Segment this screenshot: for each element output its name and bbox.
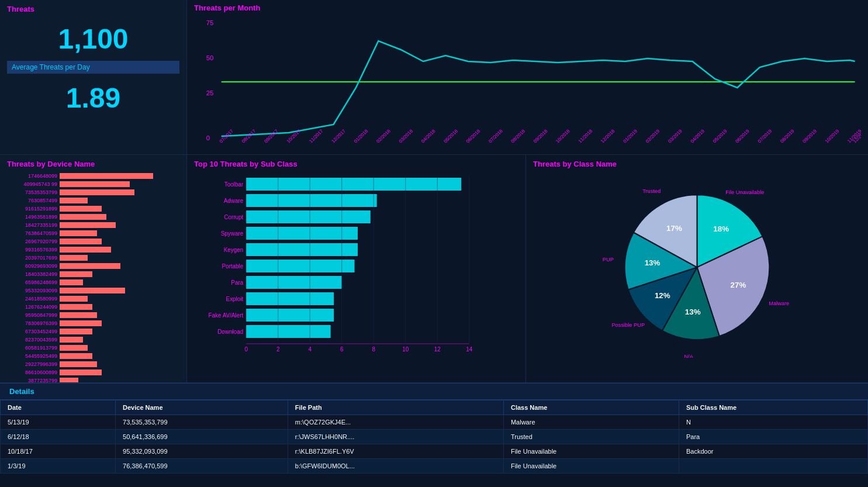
- device-label: 12676244099: [5, 304, 57, 310]
- details-table: Date Device Name File Path Class Name Su…: [0, 400, 868, 474]
- device-row: 24618580999: [5, 295, 186, 302]
- table-cell-classname: File Unavailable: [503, 444, 679, 459]
- threats-total: 1,100: [7, 17, 179, 58]
- device-bar: [60, 263, 120, 269]
- table-cell-device: 73,535,353,799: [116, 415, 288, 430]
- svg-text:75: 75: [206, 19, 214, 26]
- svg-text:18%: 18%: [713, 224, 729, 233]
- svg-text:07/2018: 07/2018: [487, 128, 504, 144]
- table-cell-date: 10/18/17: [1, 444, 116, 459]
- svg-text:12: 12: [434, 346, 441, 353]
- pie-chart-title: Threats by Class Name: [533, 160, 861, 168]
- device-bar: [60, 304, 92, 310]
- table-cell-filepath: r:\JWS67LHH0NR....: [288, 430, 503, 444]
- avg-threats-label: Average Threats per Day: [7, 61, 179, 74]
- svg-rect-42: [246, 227, 358, 240]
- device-list: 1746648099409945743 99735353537997630857…: [0, 172, 186, 382]
- device-label: 82370043599: [5, 337, 57, 343]
- svg-text:08/2019: 08/2019: [779, 128, 796, 144]
- svg-text:Adware: Adware: [224, 198, 244, 204]
- svg-text:09/2018: 09/2018: [532, 128, 549, 144]
- svg-text:02/2019: 02/2019: [645, 128, 661, 144]
- svg-text:14: 14: [466, 346, 472, 353]
- svg-text:Malware: Malware: [769, 301, 789, 306]
- svg-text:05/2018: 05/2018: [442, 128, 459, 144]
- device-row: 86610600899: [5, 368, 186, 376]
- svg-text:50: 50: [206, 54, 214, 61]
- svg-text:4: 4: [308, 346, 312, 353]
- device-row: 12676244099: [5, 303, 186, 310]
- device-label: 7630857499: [5, 198, 57, 203]
- device-label: 18403382499: [5, 271, 57, 277]
- svg-text:09/2017: 09/2017: [263, 128, 279, 144]
- svg-text:27%: 27%: [731, 281, 746, 289]
- svg-text:Para: Para: [231, 279, 243, 286]
- device-bar: [60, 353, 92, 359]
- device-row: 26967920799: [5, 237, 186, 245]
- svg-text:0: 0: [244, 346, 248, 353]
- svg-text:11/2018: 11/2018: [577, 128, 594, 144]
- svg-text:12%: 12%: [655, 291, 670, 300]
- svg-text:Toolbar: Toolbar: [224, 181, 244, 188]
- bar-chart-title: Top 10 Threats by Sub Class: [194, 160, 518, 168]
- col-classname: Class Name: [503, 400, 679, 415]
- device-label: 65986248699: [5, 279, 57, 285]
- device-row: 60929693099: [5, 262, 186, 270]
- svg-text:01/2018: 01/2018: [353, 128, 369, 144]
- device-row: 76386470599: [5, 229, 186, 237]
- table-cell-filepath: m:\QOZ72GKJ4E...: [288, 415, 503, 430]
- pie-chart-svg: 18%File Unavailable27%Malware13%N/A12%Po…: [533, 171, 861, 358]
- device-bar: [60, 214, 106, 220]
- svg-text:Fake AV/Alert: Fake AV/Alert: [208, 312, 243, 319]
- device-bar: [60, 345, 88, 351]
- col-filepath: File Path: [288, 400, 503, 415]
- svg-rect-48: [246, 276, 342, 289]
- svg-text:05/2019: 05/2019: [712, 128, 728, 144]
- svg-text:07/2019: 07/2019: [757, 128, 773, 144]
- device-label: 1746648099: [5, 173, 57, 179]
- device-label: 14963581899: [5, 214, 57, 220]
- svg-text:13%: 13%: [645, 258, 660, 267]
- device-row: 18403382499: [5, 270, 186, 278]
- device-bar: [60, 296, 88, 302]
- table-row: 1/3/1976,386,470,599b:\GFW6IDUM0OL...Fil…: [1, 459, 868, 474]
- device-row: 95950847999: [5, 311, 186, 319]
- device-bar: [60, 206, 102, 212]
- device-label: 54455925499: [5, 353, 57, 359]
- device-label: 18427335199: [5, 222, 57, 228]
- table-cell-date: 6/12/18: [1, 430, 116, 444]
- device-row: 3877235799: [5, 377, 186, 382]
- svg-text:25: 25: [206, 89, 214, 96]
- svg-text:02/2018: 02/2018: [375, 128, 392, 144]
- device-row: 95332093099: [5, 286, 186, 294]
- device-bar: [60, 230, 97, 236]
- device-row: 73535353799: [5, 188, 186, 196]
- svg-text:10: 10: [402, 346, 409, 353]
- svg-text:06/2019: 06/2019: [734, 128, 751, 144]
- table-row: 10/18/1795,332,093,099r:\KLB87JZI6FL.Y6V…: [1, 444, 868, 459]
- device-row: 60581913799: [5, 344, 186, 351]
- device-label: 3877235799: [5, 378, 57, 383]
- svg-text:6: 6: [340, 346, 344, 353]
- device-panel-title: Threats by Device Name: [0, 160, 186, 172]
- device-bar: [60, 255, 88, 261]
- details-section: Details Date Device Name File Path Class…: [0, 383, 868, 474]
- svg-rect-54: [246, 325, 330, 338]
- device-label: 29227996399: [5, 361, 57, 367]
- svg-text:Trusted: Trusted: [642, 188, 660, 194]
- device-bar: [60, 247, 111, 253]
- svg-text:Possible PUP: Possible PUP: [611, 322, 645, 328]
- svg-rect-46: [246, 260, 354, 272]
- svg-text:File Unavailable: File Unavailable: [725, 189, 764, 195]
- device-row: 29227996399: [5, 360, 186, 368]
- device-label: 76386470599: [5, 230, 57, 236]
- device-bar: [60, 189, 134, 195]
- device-bar: [60, 239, 102, 244]
- svg-text:10/2019: 10/2019: [824, 128, 841, 144]
- svg-rect-52: [246, 309, 334, 322]
- svg-text:2: 2: [276, 346, 280, 353]
- device-bar: [60, 329, 92, 334]
- table-cell-subclass: [679, 459, 867, 474]
- svg-text:09/2019: 09/2019: [801, 128, 818, 144]
- svg-text:03/2018: 03/2018: [398, 128, 414, 144]
